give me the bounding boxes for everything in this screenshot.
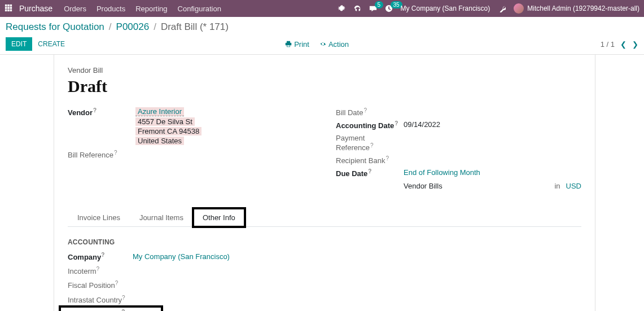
payment-ref-label: Payment Reference?	[336, 134, 404, 152]
user-menu[interactable]: Mitchell Admin (19279942-master-all)	[514, 3, 639, 14]
due-date-label: Due Date?	[336, 168, 404, 178]
other-info-pane: ACCOUNTING Company? My Company (San Fran…	[68, 238, 316, 311]
svg-rect-0	[5, 5, 7, 7]
breadcrumb-root[interactable]: Requests for Quotation	[6, 21, 104, 33]
left-column: Vendor? Azure Interior 4557 De Silva St …	[68, 107, 313, 194]
svg-rect-2	[10, 5, 12, 7]
company-label: Company?	[68, 252, 133, 261]
support-icon[interactable]	[353, 5, 361, 12]
company-switcher[interactable]: My Company (San Francisco)	[401, 5, 490, 12]
svg-rect-4	[7, 7, 10, 9]
create-button[interactable]: CREATE	[38, 40, 65, 48]
pager-next-icon[interactable]: ❯	[632, 40, 638, 49]
vendor-addr1: 4557 De Silva St	[135, 117, 195, 126]
control-bar: Requests for Quotation / P00026 / Draft …	[0, 17, 644, 51]
pager: 1 / 1	[601, 40, 615, 49]
accounting-date-label: Accounting Date?	[336, 120, 404, 130]
user-name: Mitchell Admin (19279942-master-all)	[527, 5, 639, 12]
navbar: Purchase Orders Products Reporting Confi…	[0, 0, 644, 17]
tab-invoice-lines[interactable]: Invoice Lines	[68, 208, 130, 226]
svg-rect-6	[5, 10, 7, 12]
breadcrumb: Requests for Quotation / P00026 / Draft …	[6, 21, 638, 33]
nav-orders[interactable]: Orders	[64, 5, 86, 13]
actions-row: EDIT CREATE Print Action 1 / 1 ❮ ❯	[6, 37, 638, 51]
messaging-icon[interactable]: 5	[369, 5, 377, 12]
nav-configuration[interactable]: Configuration	[178, 5, 221, 13]
recipient-bank-label: Recipient Bank?	[336, 155, 404, 165]
breadcrumb-l1[interactable]: P00026	[116, 21, 150, 33]
app-brand[interactable]: Purchase	[19, 4, 52, 13]
journal-value: Vendor Bills	[404, 182, 443, 190]
doc-type: Vendor Bill	[68, 66, 581, 75]
doc-state: Draft	[68, 77, 581, 96]
debug-icon[interactable]	[338, 5, 345, 12]
bill-ref-label: Bill Reference?	[68, 150, 135, 159]
journal-in: in	[554, 182, 560, 190]
vendor-addr2: Fremont CA 94538	[135, 127, 201, 135]
fiscal-position-label: Fiscal Position?	[68, 280, 133, 290]
currency-value[interactable]: USD	[566, 182, 581, 190]
accounting-heading: ACCOUNTING	[68, 238, 316, 246]
messaging-badge: 5	[375, 1, 384, 8]
pager-prev-icon[interactable]: ❮	[620, 40, 627, 49]
accounting-date-value: 09/14/2022	[404, 120, 581, 129]
svg-rect-1	[7, 5, 10, 7]
apps-icon[interactable]	[5, 4, 14, 13]
tools-icon[interactable]	[498, 5, 506, 12]
svg-rect-7	[7, 10, 10, 12]
sheet-wrap: Vendor Bill Draft Vendor? Azure Interior…	[0, 54, 644, 311]
vendor-label: Vendor?	[68, 107, 135, 117]
svg-rect-5	[10, 7, 12, 9]
tabs: Invoice Lines Journal Items Other Info	[68, 208, 581, 227]
form-sheet: Vendor Bill Draft Vendor? Azure Interior…	[54, 55, 595, 311]
print-button[interactable]: Print	[285, 40, 309, 49]
due-date-value[interactable]: End of Following Month	[404, 168, 480, 177]
nav-products[interactable]: Products	[97, 5, 125, 13]
edit-button[interactable]: EDIT	[6, 37, 32, 51]
tab-journal-items[interactable]: Journal Items	[130, 208, 193, 226]
incoterm-label: Incoterm?	[68, 266, 133, 275]
company-value[interactable]: My Company (San Francisco)	[133, 252, 230, 261]
vendor-link[interactable]: Azure Interior	[135, 107, 184, 116]
right-column: Bill Date? Accounting Date? 09/14/2022 P…	[336, 107, 581, 194]
vendor-addr3: United States	[135, 137, 184, 145]
should-be-paid-label: Should Be Paid?	[68, 309, 133, 311]
breadcrumb-current: Draft Bill (* 171)	[161, 21, 229, 33]
svg-rect-3	[5, 7, 7, 9]
avatar	[514, 3, 524, 14]
activities-icon[interactable]: 35	[385, 5, 393, 12]
tab-other-info[interactable]: Other Info	[193, 208, 245, 227]
bill-date-label: Bill Date?	[336, 107, 404, 117]
svg-rect-8	[10, 10, 12, 12]
intrastat-label: Intrastat Country?	[68, 295, 133, 304]
action-button[interactable]: Action	[319, 40, 349, 49]
nav-reporting[interactable]: Reporting	[135, 5, 167, 13]
